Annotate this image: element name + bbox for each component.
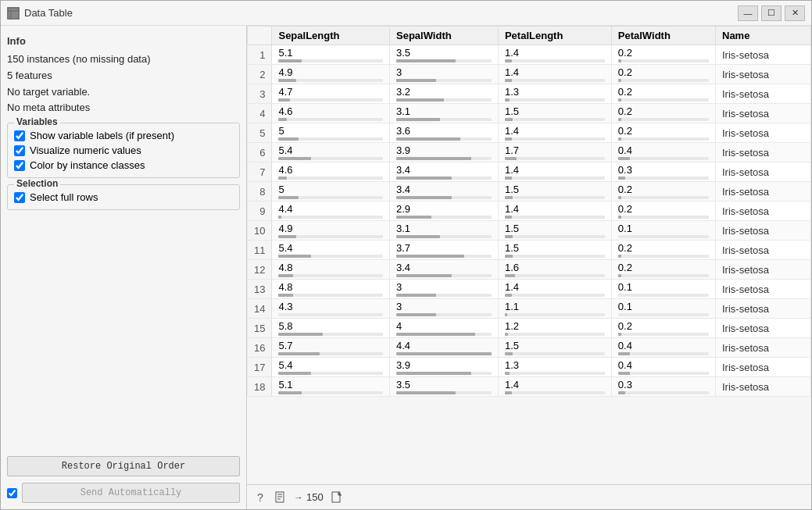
send-auto-checkbox[interactable]	[7, 488, 17, 498]
cell-petal-length: 1.4	[498, 162, 611, 182]
row-number: 14	[248, 299, 272, 319]
row-number: 4	[248, 104, 272, 123]
table-row[interactable]: 34.73.21.30.2Iris-setosa	[248, 84, 811, 104]
table-row[interactable]: 553.61.40.2Iris-setosa	[248, 123, 811, 143]
header-sepal-width[interactable]: SepalWidth	[390, 27, 499, 45]
cell-petal-length: 1.1	[498, 299, 611, 319]
cell-name: Iris-setosa	[716, 162, 811, 182]
maximize-button[interactable]: ☐	[761, 5, 782, 21]
cell-petal-length: 1.4	[498, 45, 611, 65]
table-row[interactable]: 144.331.10.1Iris-setosa	[248, 299, 811, 319]
selection-group: Selection Select full rows	[7, 184, 240, 210]
row-number: 10	[248, 221, 272, 241]
cell-name: Iris-setosa	[716, 123, 811, 143]
table-row[interactable]: 155.841.20.2Iris-setosa	[248, 319, 811, 338]
minimize-button[interactable]: —	[738, 5, 758, 21]
cell-name: Iris-setosa	[716, 260, 811, 280]
export-icon[interactable]	[330, 490, 344, 505]
header-petal-length[interactable]: PetalLength	[498, 27, 611, 45]
cell-petal-length: 1.3	[498, 358, 611, 377]
info-line-3: No target variable.	[7, 84, 240, 101]
table-row[interactable]: 175.43.91.30.4Iris-setosa	[248, 358, 811, 377]
table-row[interactable]: 185.13.51.40.3Iris-setosa	[248, 377, 811, 397]
row-number: 18	[248, 377, 272, 397]
sidebar: Info 150 instances (no missing data) 5 f…	[1, 26, 247, 509]
table-row[interactable]: 165.74.41.50.4Iris-setosa	[248, 338, 811, 358]
close-button[interactable]: ✕	[785, 5, 805, 21]
cell-petal-width: 0.1	[611, 299, 715, 319]
cell-name: Iris-setosa	[716, 280, 811, 299]
cell-sepal-width: 3.5	[390, 45, 499, 65]
report-icon[interactable]	[274, 490, 288, 505]
send-auto-button[interactable]: Send Automatically	[22, 483, 240, 503]
cell-name: Iris-setosa	[716, 221, 811, 241]
help-icon[interactable]: ?	[253, 490, 267, 505]
cell-petal-length: 1.6	[498, 260, 611, 280]
cell-sepal-width: 3.1	[390, 104, 499, 123]
visualize-numeric-checkbox[interactable]	[14, 145, 25, 156]
cell-name: Iris-setosa	[716, 65, 811, 84]
table-row[interactable]: 104.93.11.50.1Iris-setosa	[248, 221, 811, 241]
row-number: 11	[248, 241, 272, 260]
data-table: SepalLength SepalWidth PetalLength Petal…	[247, 26, 811, 397]
table-row[interactable]: 94.42.91.40.2Iris-setosa	[248, 202, 811, 221]
cell-petal-length: 1.4	[498, 202, 611, 221]
window-controls: — ☐ ✕	[738, 5, 805, 21]
cell-sepal-width: 3.5	[390, 377, 499, 397]
color-by-class-checkbox[interactable]	[14, 160, 25, 171]
cell-name: Iris-setosa	[716, 338, 811, 358]
row-number: 2	[248, 65, 272, 84]
cell-petal-length: 1.3	[498, 84, 611, 104]
show-labels-checkbox[interactable]	[14, 130, 25, 141]
cell-sepal-length: 4.6	[272, 104, 390, 123]
cell-sepal-width: 3.6	[390, 123, 499, 143]
cell-petal-length: 1.4	[498, 280, 611, 299]
cell-sepal-width: 3.9	[390, 143, 499, 162]
table-row[interactable]: 15.13.51.40.2Iris-setosa	[248, 45, 811, 65]
cell-sepal-length: 4.7	[272, 84, 390, 104]
select-full-rows-label: Select full rows	[30, 191, 98, 203]
cell-petal-width: 0.2	[611, 123, 715, 143]
cell-sepal-length: 4.8	[272, 260, 390, 280]
table-row[interactable]: 65.43.91.70.4Iris-setosa	[248, 143, 811, 162]
count-value: 150	[306, 491, 324, 503]
cell-sepal-width: 3.7	[390, 241, 499, 260]
bottom-bar: ? → 150	[247, 484, 811, 509]
select-full-rows-row: Select full rows	[14, 190, 233, 205]
table-row[interactable]: 74.63.41.40.3Iris-setosa	[248, 162, 811, 182]
color-by-class-row: Color by instance classes	[14, 158, 233, 173]
table-row[interactable]: 44.63.11.50.2Iris-setosa	[248, 104, 811, 123]
header-sepal-length[interactable]: SepalLength	[272, 27, 390, 45]
cell-petal-width: 0.4	[611, 338, 715, 358]
cell-sepal-width: 3	[390, 299, 499, 319]
table-row[interactable]: 853.41.50.2Iris-setosa	[248, 182, 811, 202]
table-row[interactable]: 24.931.40.2Iris-setosa	[248, 65, 811, 84]
cell-sepal-width: 2.9	[390, 202, 499, 221]
table-row[interactable]: 115.43.71.50.2Iris-setosa	[248, 241, 811, 260]
select-full-rows-checkbox[interactable]	[14, 192, 25, 203]
table-row[interactable]: 124.83.41.60.2Iris-setosa	[248, 260, 811, 280]
cell-petal-width: 0.1	[611, 221, 715, 241]
cell-petal-width: 0.2	[611, 319, 715, 338]
cell-sepal-length: 5.4	[272, 143, 390, 162]
cell-sepal-width: 3.4	[390, 162, 499, 182]
row-number: 17	[248, 358, 272, 377]
cell-sepal-length: 5.1	[272, 45, 390, 65]
table-container[interactable]: SepalLength SepalWidth PetalLength Petal…	[247, 26, 811, 484]
main-window: Data Table — ☐ ✕ Info 150 instances (no …	[0, 0, 812, 510]
cell-sepal-length: 4.4	[272, 202, 390, 221]
row-number: 12	[248, 260, 272, 280]
cell-sepal-width: 3.2	[390, 84, 499, 104]
header-petal-width[interactable]: PetalWidth	[611, 27, 715, 45]
cell-name: Iris-setosa	[716, 84, 811, 104]
app-icon	[7, 7, 20, 20]
header-rownum	[248, 27, 272, 45]
cell-petal-length: 1.5	[498, 182, 611, 202]
table-header-row: SepalLength SepalWidth PetalLength Petal…	[248, 27, 811, 45]
table-row[interactable]: 134.831.40.1Iris-setosa	[248, 280, 811, 299]
restore-order-button[interactable]: Restore Original Order	[7, 456, 240, 476]
visualize-numeric-row: Visualize numeric values	[14, 143, 233, 158]
header-name[interactable]: Name	[716, 27, 811, 45]
cell-petal-length: 1.2	[498, 319, 611, 338]
row-number: 3	[248, 84, 272, 104]
